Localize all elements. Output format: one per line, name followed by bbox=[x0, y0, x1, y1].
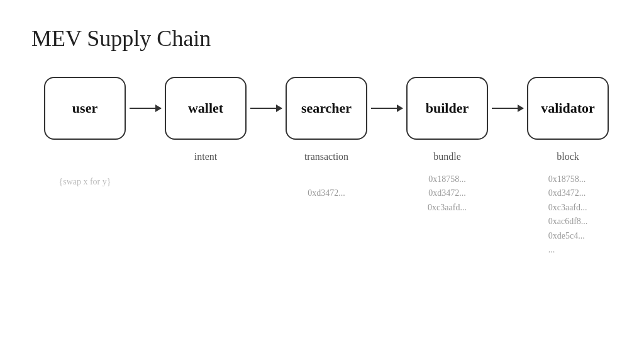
col-builder: bundle 0x18758... 0xd3472... 0xc3aafd... bbox=[406, 151, 488, 215]
labels-row: {swap x for y} intent transaction 0xd347… bbox=[44, 151, 609, 257]
node-wallet: wallet bbox=[165, 77, 247, 140]
node-searcher: searcher bbox=[286, 77, 367, 140]
node-user: user bbox=[44, 77, 126, 140]
chain-area: user wallet searcher builder bbox=[31, 77, 613, 257]
arrow-1 bbox=[130, 108, 161, 109]
col-wallet: intent bbox=[165, 151, 247, 167]
page: MEV Supply Chain user wallet searcher bbox=[0, 0, 644, 362]
node-builder: builder bbox=[406, 77, 488, 140]
nodes-row: user wallet searcher builder bbox=[44, 77, 609, 140]
col-searcher: transaction 0xd3472... bbox=[286, 151, 367, 200]
arrow-2 bbox=[250, 108, 282, 109]
page-title: MEV Supply Chain bbox=[31, 25, 613, 52]
node-validator: validator bbox=[527, 77, 609, 140]
arrow-3 bbox=[371, 108, 402, 109]
col-user: {swap x for y} bbox=[44, 151, 126, 189]
col-validator: block 0x18758... 0xd3472... 0xc3aafd... … bbox=[527, 151, 609, 257]
arrow-4 bbox=[492, 108, 523, 109]
